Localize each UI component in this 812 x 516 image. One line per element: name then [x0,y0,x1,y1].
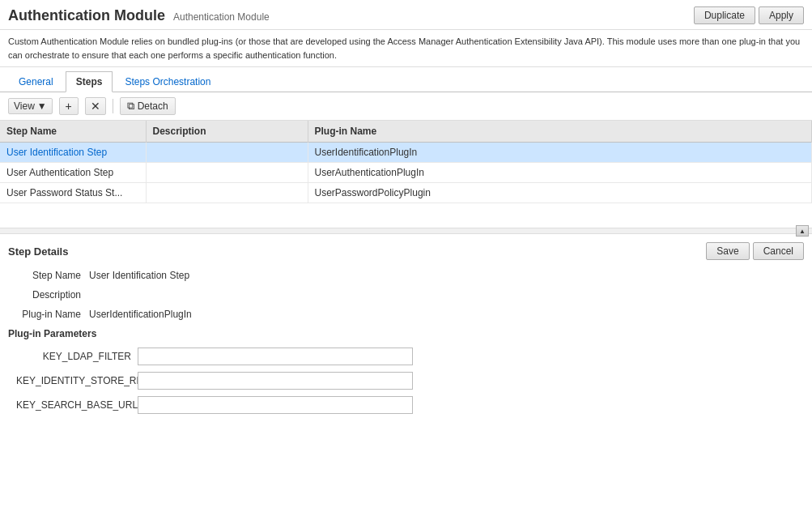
header-buttons: Duplicate Apply [694,6,804,24]
view-label: View [14,100,35,112]
header-left: Authentication Module Authentication Mod… [8,7,270,24]
view-button[interactable]: View ▼ [8,98,53,114]
steps-table: Step Name Description Plug-in Name User … [0,121,812,203]
param-input[interactable] [138,348,413,365]
detach-label: Detach [138,100,168,112]
splitter-handle[interactable]: ▲ [796,225,809,237]
plugin-params-title: Plug-in Parameters [8,328,804,339]
table-row[interactable]: User Identification StepUserIdentificati… [0,143,812,163]
tab-general[interactable]: General [8,71,64,92]
plugin-params: KEY_LDAP_FILTERKEY_IDENTITY_STORE_REFKEY… [16,348,804,414]
step-details-header: Step Details Save Cancel [8,242,804,260]
delete-button[interactable]: ✕ [85,97,106,115]
duplicate-button[interactable]: Duplicate [694,6,755,24]
cell-plugin-name: UserIdentificationPlugIn [308,143,812,163]
cell-description [146,143,308,163]
cell-step-name: User Identification Step [0,143,146,163]
param-input[interactable] [138,396,413,414]
detach-button[interactable]: ⧉ Detach [120,97,176,115]
col-plugin-name: Plug-in Name [308,121,812,143]
plugin-name-label: Plug-in Name [8,309,89,320]
cell-description [146,163,308,183]
step-name-label: Step Name [8,270,89,281]
description-row: Description [8,289,804,301]
step-details-panel: Step Details Save Cancel Step Name User … [0,234,812,429]
page-title: Authentication Module [8,7,165,24]
param-input[interactable] [138,372,413,390]
table-row[interactable]: User Password Status St...UserPasswordPo… [0,183,812,203]
col-step-name: Step Name [0,121,146,143]
page-header: Authentication Module Authentication Mod… [0,0,812,30]
param-label: KEY_LDAP_FILTER [16,351,138,362]
detach-icon: ⧉ [127,100,134,113]
save-button[interactable]: Save [706,242,749,260]
param-row: KEY_SEARCH_BASE_URL [16,396,804,414]
table-section: Step Name Description Plug-in Name User … [0,121,812,203]
param-row: KEY_IDENTITY_STORE_REF [16,372,804,390]
cell-plugin-name: UserAuthenticationPlugIn [308,163,812,183]
col-description: Description [146,121,308,143]
step-details-title: Step Details [8,245,68,258]
tab-steps[interactable]: Steps [66,71,113,92]
page-subtitle: Authentication Module [173,11,270,23]
description-label: Description [8,289,89,301]
plugin-name-row: Plug-in Name UserIdentificationPlugIn [8,309,804,320]
step-details-actions: Save Cancel [706,242,804,260]
cell-step-name: User Password Status St... [0,183,146,203]
step-name-row: Step Name User Identification Step [8,270,804,281]
splitter[interactable]: ▲ [0,228,812,234]
tab-steps-orchestration[interactable]: Steps Orchestration [114,71,221,92]
cell-step-name: User Authentication Step [0,163,146,183]
plugin-name-value: UserIdentificationPlugIn [89,309,192,320]
add-button[interactable]: + [59,97,79,115]
table-row[interactable]: User Authentication StepUserAuthenticati… [0,163,812,183]
description-text: Custom Authentication Module relies on b… [0,30,812,67]
cell-description [146,183,308,203]
step-name-value: User Identification Step [89,270,189,281]
apply-button[interactable]: Apply [759,6,804,24]
toolbar-divider [113,99,113,113]
toolbar: View ▼ + ✕ ⧉ Detach [0,92,812,121]
cell-plugin-name: UserPasswordPolicyPlugin [308,183,812,203]
table-header-row: Step Name Description Plug-in Name [0,121,812,143]
tabs-container: General Steps Steps Orchestration [0,70,812,92]
param-label: KEY_SEARCH_BASE_URL [16,399,138,411]
param-label: KEY_IDENTITY_STORE_REF [16,375,138,386]
view-dropdown-icon: ▼ [37,100,47,112]
param-row: KEY_LDAP_FILTER [16,348,804,365]
cancel-button[interactable]: Cancel [753,242,804,260]
